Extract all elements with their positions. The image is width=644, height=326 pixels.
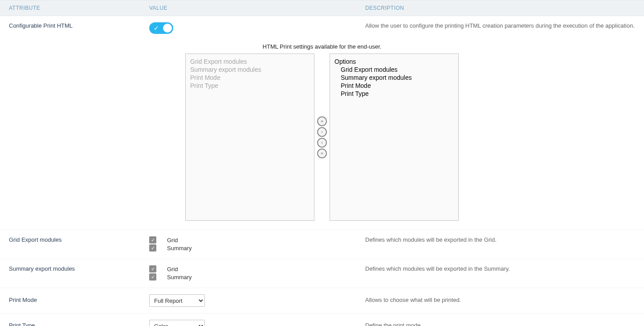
checkbox-label: Summary <box>167 274 192 281</box>
header-description: DESCRIPTION <box>365 5 635 11</box>
desc-print-type: Define the print mode. <box>365 320 635 326</box>
dual-list-caption: HTML Print settings available for the en… <box>9 43 635 50</box>
toggle-knob <box>163 24 172 33</box>
double-chevron-left-icon: « <box>321 151 323 156</box>
row-configurable-print-html: Configurable Print HTML ✓ Allow the user… <box>0 16 644 41</box>
list-item[interactable]: Grid Export modules <box>334 66 454 74</box>
available-listbox[interactable]: Grid Export modules Summary export modul… <box>185 54 314 221</box>
list-item[interactable]: Print Mode <box>334 82 454 90</box>
label-grid-export-modules: Grid Export modules <box>9 236 149 252</box>
row-dual-list: HTML Print settings available for the en… <box>0 41 644 230</box>
row-print-mode: Print Mode Full Report Allows to choose … <box>0 288 644 314</box>
move-all-right-button[interactable]: » <box>317 116 327 126</box>
move-all-left-button[interactable]: « <box>317 149 327 158</box>
list-item[interactable]: Summary export modules <box>334 74 454 82</box>
list-item[interactable]: Print Type <box>190 82 310 90</box>
check-icon: ✓ <box>154 25 159 32</box>
desc-configurable-print-html: Allow the user to configure the printing… <box>365 22 635 35</box>
desc-print-mode: Allows to choose what will be printed. <box>365 294 635 307</box>
chevron-left-icon: ‹ <box>321 140 323 145</box>
checkbox-grid-export-grid[interactable]: ✓ <box>149 236 156 243</box>
checkbox-label: Summary <box>167 245 192 252</box>
label-print-mode: Print Mode <box>9 294 149 307</box>
row-print-type: Print Type Color Define the print mode. <box>0 314 644 326</box>
list-item[interactable]: Options <box>334 58 454 66</box>
move-left-button[interactable]: ‹ <box>317 138 327 148</box>
table-header: ATTRIBUTE VALUE DESCRIPTION <box>0 0 644 16</box>
checkbox-label: Grid <box>167 266 178 272</box>
select-print-mode[interactable]: Full Report <box>149 294 205 307</box>
row-grid-export-modules: Grid Export modules ✓ Grid ✓ Summary Def… <box>0 230 644 259</box>
toggle-configurable-print-html[interactable]: ✓ <box>149 22 173 34</box>
chevron-right-icon: › <box>321 129 323 134</box>
selected-listbox[interactable]: Options Grid Export modules Summary expo… <box>330 54 459 221</box>
list-item[interactable]: Grid Export modules <box>190 58 310 66</box>
checkbox-grid-export-summary[interactable]: ✓ <box>149 244 156 252</box>
checkbox-summary-export-summary[interactable]: ✓ <box>149 273 156 281</box>
select-print-type[interactable]: Color <box>149 320 205 326</box>
list-item[interactable]: Print Mode <box>190 74 310 82</box>
move-right-button[interactable]: › <box>317 127 327 137</box>
label-print-type: Print Type <box>9 320 149 326</box>
desc-grid-export-modules: Defines which modules will be exported i… <box>365 236 635 252</box>
header-value: VALUE <box>149 5 365 11</box>
checkbox-label: Grid <box>167 237 178 243</box>
list-item[interactable]: Summary export modules <box>190 66 310 74</box>
list-item[interactable]: Print Type <box>334 90 454 98</box>
label-configurable-print-html: Configurable Print HTML <box>9 22 149 35</box>
transfer-buttons: » › ‹ « <box>317 54 327 221</box>
checkbox-summary-export-grid[interactable]: ✓ <box>149 265 156 272</box>
label-summary-export-modules: Summary export modules <box>9 265 149 281</box>
row-summary-export-modules: Summary export modules ✓ Grid ✓ Summary … <box>0 259 644 288</box>
double-chevron-right-icon: » <box>321 119 323 124</box>
header-attribute: ATTRIBUTE <box>9 5 149 11</box>
desc-summary-export-modules: Defines which modules will be exported i… <box>365 265 635 281</box>
